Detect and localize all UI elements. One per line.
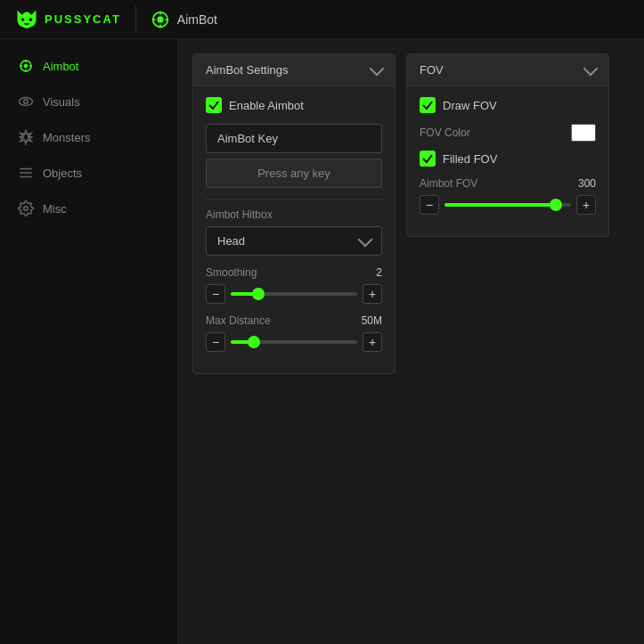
enable-aimbot-label: Enable Aimbot bbox=[229, 99, 304, 112]
smoothing-value: 2 bbox=[376, 266, 382, 279]
hitbox-section: Aimbot Hitbox Head bbox=[206, 208, 382, 256]
svg-point-15 bbox=[24, 100, 29, 104]
max-distance-value: 50M bbox=[362, 314, 382, 327]
svg-point-3 bbox=[158, 17, 163, 22]
max-distance-header: Max Distance 50M bbox=[206, 314, 382, 327]
draw-fov-checkbox[interactable] bbox=[420, 97, 436, 113]
draw-fov-label: Draw FOV bbox=[443, 99, 497, 112]
aimbot-fov-slider-track[interactable] bbox=[444, 195, 571, 215]
sidebar: Aimbot Visuals Monsters Objects bbox=[0, 39, 178, 644]
aimbot-fov-section: Aimbot FOV 300 − + bbox=[420, 177, 596, 215]
max-distance-decrease-button[interactable]: − bbox=[206, 332, 225, 352]
chevron-down-icon[interactable] bbox=[370, 61, 385, 76]
aimbot-settings-title: AimBot Settings bbox=[206, 63, 289, 77]
app-logo: PUSSYCAT bbox=[14, 7, 121, 32]
main-layout: Aimbot Visuals Monsters Objects bbox=[0, 39, 644, 644]
draw-fov-checkmark-icon bbox=[422, 100, 433, 110]
svg-point-1 bbox=[29, 18, 33, 21]
fov-color-label: FOV Color bbox=[420, 126, 470, 139]
sidebar-label-aimbot: Aimbot bbox=[43, 60, 78, 73]
sidebar-label-visuals: Visuals bbox=[43, 95, 80, 109]
fov-color-row: FOV Color bbox=[420, 124, 596, 142]
smoothing-thumb[interactable] bbox=[252, 288, 265, 300]
page-title: AimBot bbox=[177, 12, 217, 27]
smoothing-increase-button[interactable]: + bbox=[363, 284, 382, 304]
aimbot-icon bbox=[151, 10, 170, 29]
topbar-page: AimBot bbox=[151, 10, 217, 29]
max-distance-label: Max Distance bbox=[206, 314, 271, 327]
filled-fov-checkbox[interactable] bbox=[420, 151, 436, 167]
enable-aimbot-checkbox[interactable] bbox=[206, 97, 222, 113]
topbar: PUSSYCAT AimBot bbox=[0, 0, 644, 39]
aimbot-fov-decrease-button[interactable]: − bbox=[420, 195, 439, 215]
smoothing-section: Smoothing 2 − + bbox=[206, 266, 382, 304]
aimbot-key-input[interactable]: AimBot Key bbox=[206, 124, 382, 153]
hitbox-label: Aimbot Hitbox bbox=[206, 208, 382, 221]
hitbox-value: Head bbox=[217, 234, 245, 248]
filled-fov-checkmark-icon bbox=[422, 153, 433, 164]
content-area: AimBot Settings Enable Aimbot AimBot Key bbox=[178, 39, 644, 644]
cat-icon bbox=[14, 7, 39, 32]
aimbot-settings-body: Enable Aimbot AimBot Key Press any key A… bbox=[193, 86, 395, 373]
fov-panel-title: FOV bbox=[420, 63, 444, 77]
svg-point-0 bbox=[21, 18, 25, 21]
filled-fov-row: Filled FOV bbox=[420, 151, 596, 167]
svg-point-9 bbox=[25, 65, 28, 68]
smoothing-header: Smoothing 2 bbox=[206, 266, 382, 279]
aimbot-settings-panel: AimBot Settings Enable Aimbot AimBot Key bbox=[192, 53, 395, 374]
smoothing-controls: − + bbox=[206, 284, 382, 304]
aimbot-fov-thumb[interactable] bbox=[550, 199, 562, 211]
sidebar-label-objects: Objects bbox=[43, 167, 82, 180]
hitbox-chevron-icon bbox=[358, 232, 373, 247]
aimbot-settings-header: AimBot Settings bbox=[193, 54, 395, 86]
objects-icon bbox=[18, 165, 34, 181]
sidebar-item-visuals[interactable]: Visuals bbox=[0, 84, 177, 119]
draw-fov-row: Draw FOV bbox=[420, 97, 596, 113]
hitbox-dropdown[interactable]: Head bbox=[206, 226, 382, 256]
sidebar-item-aimbot[interactable]: Aimbot bbox=[0, 48, 177, 84]
sidebar-item-misc[interactable]: Misc bbox=[0, 191, 177, 226]
aimbot-fov-fill bbox=[444, 203, 556, 207]
fov-panel-body: Draw FOV FOV Color Filled FOV bbox=[407, 86, 608, 236]
aimbot-fov-controls: − + bbox=[420, 195, 596, 215]
topbar-divider bbox=[135, 6, 136, 33]
max-distance-controls: − + bbox=[206, 332, 382, 352]
divider-1 bbox=[206, 199, 382, 200]
eye-icon bbox=[18, 94, 34, 110]
fov-chevron-icon[interactable] bbox=[583, 61, 599, 76]
smoothing-label: Smoothing bbox=[206, 266, 257, 279]
press-any-key-button[interactable]: Press any key bbox=[206, 159, 382, 188]
smoothing-slider-track[interactable] bbox=[231, 284, 357, 304]
max-distance-increase-button[interactable]: + bbox=[363, 332, 382, 352]
filled-fov-label: Filled FOV bbox=[443, 152, 497, 166]
smoothing-decrease-button[interactable]: − bbox=[206, 284, 225, 304]
checkmark-icon bbox=[208, 100, 219, 110]
fov-panel-header: FOV bbox=[407, 54, 608, 86]
sidebar-item-monsters[interactable]: Monsters bbox=[0, 119, 177, 155]
logo-text: PUSSYCAT bbox=[45, 12, 121, 26]
enable-aimbot-row: Enable Aimbot bbox=[206, 97, 382, 113]
max-distance-thumb[interactable] bbox=[248, 336, 260, 348]
fov-color-swatch[interactable] bbox=[571, 124, 596, 142]
aimbot-fov-header: Aimbot FOV 300 bbox=[420, 177, 596, 190]
svg-point-19 bbox=[24, 207, 29, 211]
gear-icon bbox=[18, 200, 34, 216]
max-distance-slider-track[interactable] bbox=[231, 332, 357, 352]
aimbot-key-section: AimBot Key Press any key bbox=[206, 124, 382, 188]
aimbot-fov-label: Aimbot FOV bbox=[420, 177, 477, 190]
fov-panel: FOV Draw FOV FOV Color bbox=[406, 53, 609, 237]
svg-point-14 bbox=[20, 98, 33, 106]
max-distance-section: Max Distance 50M − + bbox=[206, 314, 382, 352]
aimbot-fov-increase-button[interactable]: + bbox=[576, 195, 596, 215]
monsters-icon bbox=[18, 129, 34, 145]
sidebar-item-objects[interactable]: Objects bbox=[0, 155, 177, 191]
crosshair-icon bbox=[18, 58, 34, 74]
aimbot-fov-value: 300 bbox=[578, 177, 596, 190]
sidebar-label-monsters: Monsters bbox=[43, 131, 90, 144]
sidebar-label-misc: Misc bbox=[43, 202, 67, 216]
